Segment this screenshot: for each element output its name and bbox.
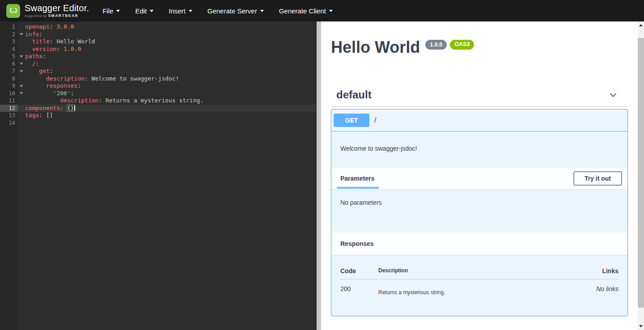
code-text: /:: [25, 60, 39, 68]
code-line[interactable]: 5paths:: [0, 53, 317, 60]
operation-path: /: [374, 116, 376, 124]
brand-title: Swagger Editor.: [25, 4, 89, 13]
fold-gutter: [18, 112, 25, 119]
code-line[interactable]: 13tags: []: [0, 112, 317, 119]
version-badge: 1.0.0: [425, 40, 447, 50]
code-line[interactable]: 9 responses:: [0, 82, 317, 90]
tag-section-default[interactable]: default: [331, 86, 628, 107]
http-method-badge: GET: [334, 114, 369, 127]
tag-name: default: [336, 89, 372, 101]
line-number: 3: [0, 38, 18, 46]
swagger-editor-logo: {…} Swagger Editor. Supported bySMARTBEA…: [6, 4, 89, 18]
chevron-down-icon: [150, 10, 153, 12]
code-line[interactable]: 6 /:: [0, 60, 317, 68]
editor-scrollbar[interactable]: [317, 21, 321, 330]
code-text: openapi: 3.0.0: [25, 23, 74, 31]
menu-file[interactable]: File: [102, 7, 120, 15]
code-line[interactable]: 10 '200':: [0, 90, 317, 97]
no-parameters-text: No parameters: [340, 199, 382, 206]
menu-edit[interactable]: Edit: [135, 7, 153, 15]
chevron-down-icon: [329, 10, 333, 12]
fold-gutter: [18, 97, 25, 105]
parameters-header: Parameters Try it out: [331, 168, 627, 189]
line-number: 4: [0, 46, 18, 53]
col-header-links: Links: [578, 267, 619, 275]
menu-generate-server[interactable]: Generate Server: [208, 7, 264, 15]
col-header-code: Code: [340, 267, 378, 275]
oas3-badge: OAS3: [450, 40, 474, 50]
scrollbar-thumb[interactable]: [638, 38, 644, 308]
fold-arrow-icon[interactable]: [18, 82, 25, 90]
response-code: 200: [340, 285, 378, 292]
fold-gutter: [18, 23, 25, 31]
yaml-code-editor[interactable]: 1openapi: 3.0.02info:3 title: Hello Worl…: [0, 21, 317, 330]
code-text: paths:: [25, 53, 46, 60]
preview-scrollbar[interactable]: [638, 21, 644, 330]
code-line[interactable]: 1openapi: 3.0.0: [0, 23, 317, 31]
fold-gutter: [18, 119, 25, 127]
code-line[interactable]: 3 title: Hello World: [0, 38, 317, 46]
fold-gutter: [18, 38, 25, 46]
topbar: {…} Swagger Editor. Supported bySMARTBEA…: [0, 0, 644, 21]
active-tab-indicator: [337, 187, 379, 189]
fold-arrow-icon[interactable]: [18, 60, 25, 68]
fold-gutter: [18, 105, 25, 112]
swagger-logo-icon: {…}: [6, 4, 20, 18]
code-text: components: {}: [25, 105, 75, 112]
api-info-header: Hello World 1.0.0 OAS3: [331, 38, 628, 56]
line-number: 8: [0, 75, 18, 83]
responses-table: Code Description Links 200 Returns a mys…: [340, 267, 619, 296]
fold-gutter: [18, 75, 25, 83]
scroll-up-arrow-icon[interactable]: [638, 21, 644, 29]
code-line[interactable]: 8 description: Welcome to swagger-jsdoc!: [0, 75, 317, 83]
fold-arrow-icon[interactable]: [18, 53, 25, 60]
code-line[interactable]: 11 description: Returns a mysterious str…: [0, 97, 317, 105]
line-number: 5: [0, 53, 18, 60]
line-number: 11: [0, 97, 18, 105]
code-text: tags: []: [25, 112, 53, 119]
collapse-chevron-icon[interactable]: [608, 90, 618, 100]
responses-title: Responses: [340, 240, 374, 247]
code-line[interactable]: 2info:: [0, 31, 317, 38]
code-line[interactable]: 12components: {}: [0, 105, 317, 112]
col-header-description: Description: [378, 267, 578, 274]
line-number: 12: [0, 105, 18, 112]
responses-header: Responses: [331, 233, 627, 255]
line-number: 9: [0, 82, 18, 90]
line-number: 6: [0, 60, 18, 68]
code-line[interactable]: 4 version: 1.0.0: [0, 46, 317, 53]
api-title: Hello World: [331, 38, 420, 56]
code-text: get:: [25, 68, 53, 75]
menu-bar: File Edit Insert Generate Server Generat…: [100, 7, 333, 15]
operation-summary[interactable]: GET /: [331, 110, 627, 131]
responses-body: Code Description Links 200 Returns a mys…: [331, 255, 627, 316]
brand-subtitle: Supported bySMARTBEAR: [25, 14, 89, 18]
scroll-down-arrow-icon[interactable]: [638, 322, 644, 330]
swagger-ui-preview: Hello World 1.0.0 OAS3 default GET /: [321, 21, 644, 330]
menu-insert[interactable]: Insert: [169, 7, 192, 15]
code-text: description: Returns a mysterious string…: [25, 97, 203, 105]
fold-arrow-icon[interactable]: [18, 90, 25, 97]
operation-description: Welcome to swagger-jsdoc!: [331, 131, 627, 168]
code-line[interactable]: 7 get:: [0, 68, 317, 75]
try-it-out-button[interactable]: Try it out: [573, 171, 622, 186]
fold-arrow-icon[interactable]: [18, 68, 25, 75]
chevron-down-icon: [116, 10, 120, 12]
fold-arrow-icon[interactable]: [18, 31, 25, 38]
code-line[interactable]: 14: [0, 119, 317, 127]
parameters-body: No parameters: [331, 189, 627, 233]
fold-gutter: [18, 46, 25, 53]
chevron-down-icon: [189, 10, 192, 12]
code-text: info:: [25, 31, 42, 38]
line-number: 13: [0, 112, 18, 119]
chevron-down-icon: [260, 10, 264, 12]
line-number: 10: [0, 90, 18, 97]
code-text: title: Hello World: [25, 38, 95, 46]
table-row: 200 Returns a mysterious string. No link…: [340, 279, 619, 296]
code-text: description: Welcome to swagger-jsdoc!: [25, 75, 179, 83]
code-text: responses:: [25, 82, 81, 90]
response-description: Returns a mysterious string.: [378, 285, 578, 296]
response-links: No links: [578, 285, 619, 292]
operation-block-get: GET / Welcome to swagger-jsdoc! Paramete…: [331, 109, 628, 316]
menu-generate-client[interactable]: Generate Client: [279, 7, 333, 15]
